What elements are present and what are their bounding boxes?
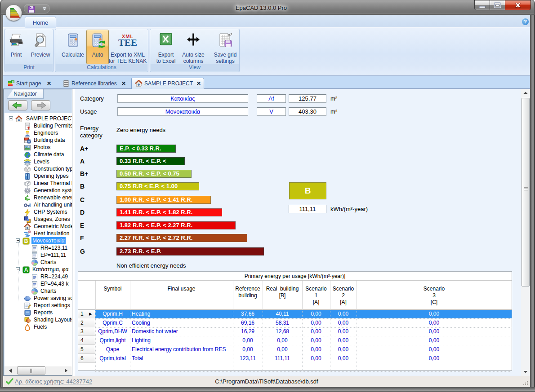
- svg-text:A: A: [24, 267, 28, 273]
- svg-text:8: 8: [12, 80, 13, 83]
- svg-text:B: B: [24, 238, 28, 244]
